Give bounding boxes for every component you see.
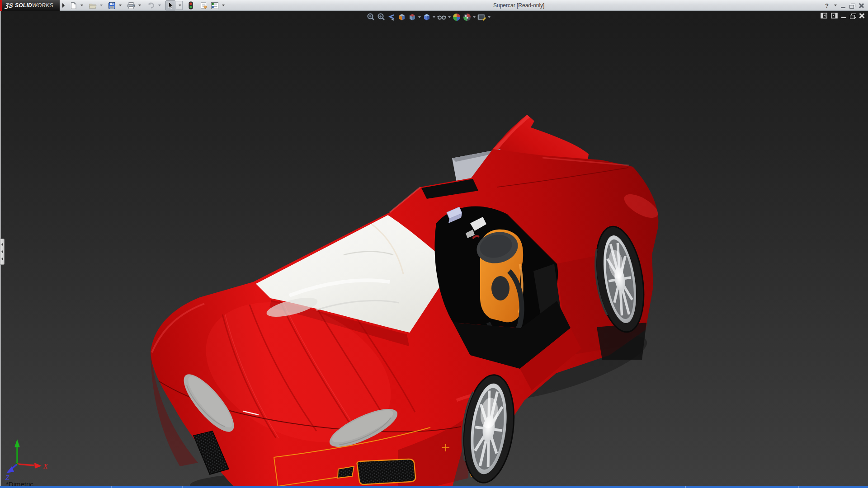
display-style-caret[interactable] [433,16,435,18]
section-view-icon [397,13,406,22]
view-settings-button[interactable] [477,13,491,22]
help-icon[interactable]: ? [825,2,829,9]
undo-icon [146,2,155,9]
print-button[interactable] [126,0,136,10]
apply-scene-icon [462,13,472,22]
edit-appearance-icon [452,13,461,22]
previous-view-icon [387,13,396,22]
rebuild-button[interactable] [187,0,194,10]
apply-scene-button[interactable] [462,13,476,22]
display-style-icon [422,13,431,22]
open-button[interactable] [88,0,98,10]
title-bar: ƷS SOLIDWORKS [0,0,868,11]
display-style-button[interactable] [422,13,435,22]
zoom-to-fit-button[interactable] [366,13,375,22]
options-caret[interactable] [222,5,225,6]
view-orientation-button[interactable] [408,13,421,22]
graphics-viewport[interactable]: X Z [0,11,868,488]
feature-panel-collapsed-tab[interactable] [0,239,5,265]
zoom-to-area-button[interactable] [377,13,386,22]
pane-left-icon[interactable] [821,13,827,19]
close-icon[interactable] [859,3,863,8]
hide-show-items-caret[interactable] [448,16,451,18]
zoom-to-fit-icon [366,13,375,22]
doc-minimize-icon[interactable] [841,17,846,18]
select-button[interactable] [165,0,175,10]
doc-restore-icon[interactable] [850,14,855,18]
view-orientation-icon [408,13,417,22]
file-properties-icon [200,2,208,9]
edit-appearance-button[interactable] [452,13,461,22]
car-intake-center [357,459,415,484]
doc-close-icon[interactable] [859,13,864,19]
apply-scene-caret[interactable] [473,16,476,18]
restore-icon[interactable] [849,4,854,8]
solidworks-logo-glyph: ƷS [5,2,14,9]
solidworks-logo: ƷS SOLIDWORKS [2,0,60,11]
options-icon [211,2,219,9]
select-caret[interactable] [176,1,183,10]
collapse-arrow-icon [1,250,3,253]
options-button[interactable] [210,0,220,10]
previous-view-button[interactable] [387,13,396,22]
file-properties-button[interactable] [199,0,209,10]
orientation-triad: X Z [5,439,48,481]
zoom-to-area-icon [377,13,386,22]
print-caret[interactable] [138,5,141,6]
save-button[interactable] [107,0,117,10]
new-document-caret[interactable] [80,5,83,6]
minimize-icon[interactable] [841,7,845,8]
window-title: Supercar [Read-only] [493,0,544,11]
rebuild-traffic-light-icon [188,1,193,9]
view-settings-icon [477,13,486,22]
car-model[interactable]: X Z [0,11,868,488]
window-controls: ? [825,0,863,11]
triad-x-label: X [43,463,48,470]
view-orientation-caret[interactable] [418,16,421,18]
main-toolbar [69,0,225,11]
new-document-icon [70,2,77,9]
pane-right-icon[interactable] [831,13,838,19]
print-icon [127,2,135,9]
undo-button[interactable] [146,0,156,10]
view-settings-caret[interactable] [488,16,491,18]
new-document-button[interactable] [69,0,78,10]
status-bar-edge [0,486,868,488]
collapse-arrow-icon [1,257,3,261]
select-cursor-icon [167,1,174,9]
hide-show-items-icon [437,13,447,22]
open-icon [89,2,97,9]
help-caret[interactable] [834,5,837,6]
solidworks-logo-bold: SOLID [15,2,32,9]
open-caret[interactable] [100,5,103,6]
hide-show-items-button[interactable] [437,13,451,22]
save-caret[interactable] [119,5,122,6]
collapse-arrow-icon [1,243,3,246]
undo-caret[interactable] [158,5,161,6]
document-window-controls [821,13,864,19]
solidworks-logo-light: WORKS [32,2,53,9]
save-icon [108,2,116,9]
menu-expand-arrow-icon[interactable] [62,3,65,8]
section-view-button[interactable] [397,13,406,22]
headsup-view-toolbar [366,12,491,22]
